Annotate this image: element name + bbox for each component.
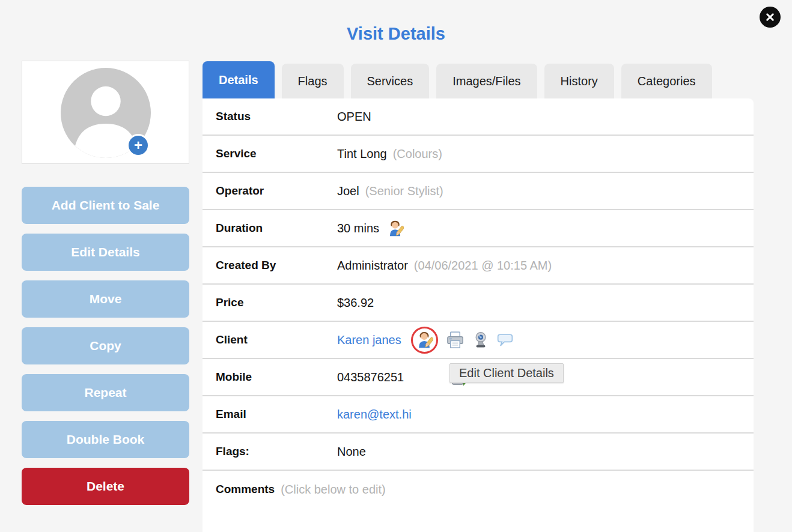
created-by-label: Created By	[203, 259, 337, 272]
add-photo-button[interactable]: +	[127, 134, 150, 157]
service-value: Tint Long	[337, 147, 387, 161]
email-label: Email	[203, 408, 337, 421]
operator-role-note: (Senior Stylist)	[365, 184, 443, 198]
service-label: Service	[203, 147, 337, 160]
move-button[interactable]: Move	[22, 280, 189, 318]
comments-hint: (Click below to edit)	[281, 483, 386, 497]
operator-label: Operator	[203, 184, 337, 198]
mobile-value: 0435876251	[337, 370, 404, 384]
print-icon[interactable]	[446, 331, 465, 349]
edit-client-icon[interactable]	[415, 331, 433, 349]
client-name-link[interactable]: Karen janes	[337, 333, 401, 347]
detail-row-duration: Duration 30 mins	[203, 210, 754, 247]
detail-row-flags: Flags: None	[203, 434, 754, 471]
price-label: Price	[203, 296, 337, 309]
flags-label: Flags:	[203, 445, 337, 458]
created-by-value: Administrator	[337, 259, 408, 273]
created-datetime-note: (04/06/2021 @ 10:15 AM)	[414, 259, 552, 273]
detail-row-operator: Operator Joel (Senior Stylist)	[203, 173, 754, 210]
detail-row-client: Client Karen janes	[203, 322, 754, 359]
detail-row-service: Service Tint Long (Colours)	[203, 136, 754, 173]
duration-value: 30 mins	[337, 222, 379, 235]
client-icon-group	[411, 327, 513, 354]
detail-row-price: Price $36.92	[203, 285, 754, 322]
visit-details-table: Status OPEN Service Tint Long (Colours) …	[203, 98, 754, 532]
email-link[interactable]: karen@text.hi	[337, 408, 412, 422]
highlight-ring	[411, 327, 438, 354]
client-panel: + Add Client to Sale Edit Details Move C…	[22, 61, 189, 515]
add-client-to-sale-button[interactable]: Add Client to Sale	[22, 187, 189, 224]
mobile-label: Mobile	[203, 370, 337, 384]
duration-label: Duration	[203, 222, 337, 235]
detail-row-comments[interactable]: Comments (Click below to edit)	[203, 471, 754, 532]
tab-history[interactable]: History	[544, 64, 614, 98]
flags-value: None	[337, 445, 366, 459]
tab-images-files[interactable]: Images/Files	[436, 64, 537, 98]
repeat-button[interactable]: Repeat	[22, 374, 189, 411]
comments-label: Comments	[203, 483, 275, 496]
double-book-button[interactable]: Double Book	[22, 421, 189, 458]
service-category-note: (Colours)	[393, 147, 442, 161]
tab-bar: Details Flags Services Images/Files Hist…	[203, 61, 712, 98]
plus-icon: +	[134, 138, 142, 153]
edit-duration-icon[interactable]	[386, 220, 404, 237]
page-title: Visit Details	[0, 24, 792, 44]
tab-details[interactable]: Details	[203, 61, 275, 98]
detail-row-status: Status OPEN	[203, 98, 754, 136]
tab-services[interactable]: Services	[351, 64, 430, 98]
copy-button[interactable]: Copy	[22, 327, 189, 364]
client-photo-card: +	[22, 61, 189, 164]
tooltip-edit-client-details: Edit Client Details	[449, 363, 564, 383]
price-value: $36.92	[337, 296, 374, 310]
tab-categories[interactable]: Categories	[621, 64, 712, 98]
client-label: Client	[203, 333, 337, 346]
detail-row-created-by: Created By Administrator (04/06/2021 @ 1…	[203, 247, 754, 285]
operator-value: Joel	[337, 184, 359, 198]
webcam-icon[interactable]	[472, 331, 489, 348]
status-label: Status	[203, 110, 337, 123]
edit-details-button[interactable]: Edit Details	[22, 234, 189, 271]
detail-row-email: Email karen@text.hi	[203, 396, 754, 434]
delete-button[interactable]: Delete	[22, 468, 189, 505]
status-value: OPEN	[337, 110, 371, 124]
comment-icon[interactable]	[497, 332, 513, 348]
tab-flags[interactable]: Flags	[282, 64, 344, 98]
close-icon	[765, 12, 775, 22]
close-button[interactable]	[760, 7, 781, 28]
